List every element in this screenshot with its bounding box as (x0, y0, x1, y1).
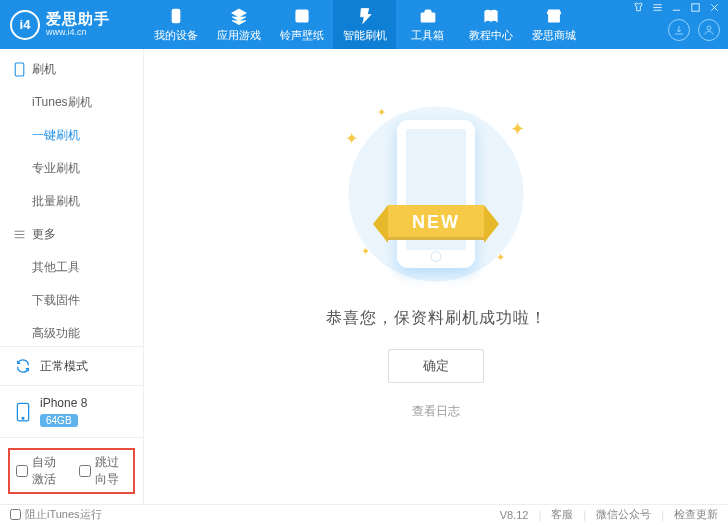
sidebar-item[interactable]: iTunes刷机 (0, 86, 143, 119)
svg-point-1 (175, 19, 177, 21)
nav-flash[interactable]: 智能刷机 (333, 0, 396, 49)
nav-book[interactable]: 教程中心 (459, 0, 522, 49)
skip-setup-label: 跳过向导 (95, 454, 128, 488)
nav-label: 教程中心 (469, 28, 513, 43)
maximize-icon[interactable] (690, 2, 701, 15)
nav-label: 我的设备 (154, 28, 198, 43)
book-icon (482, 7, 500, 25)
phone-icon (14, 403, 32, 421)
nav-label: 工具箱 (411, 28, 444, 43)
svg-rect-5 (692, 4, 699, 11)
logo-area: i4 爱思助手 www.i4.cn (0, 0, 144, 49)
sidebar-group-1[interactable]: 更多 (0, 218, 143, 251)
top-nav: 我的设备应用游戏铃声壁纸智能刷机工具箱教程中心爱思商城 (144, 0, 633, 49)
success-message: 恭喜您，保资料刷机成功啦！ (326, 308, 547, 329)
sidebar-item[interactable]: 其他工具 (0, 251, 143, 284)
store-icon (545, 7, 563, 25)
apps-icon (230, 7, 248, 25)
star-icon: ✦ (361, 245, 370, 258)
nav-label: 爱思商城 (532, 28, 576, 43)
svg-rect-7 (15, 63, 24, 76)
star-icon: ✦ (496, 251, 505, 264)
group-title: 更多 (32, 226, 56, 243)
nav-toolbox[interactable]: 工具箱 (396, 0, 459, 49)
view-log-link[interactable]: 查看日志 (412, 403, 460, 420)
minimize-icon[interactable] (671, 2, 682, 15)
brand-site: www.i4.cn (46, 28, 110, 38)
nav-label: 智能刷机 (343, 28, 387, 43)
sidebar-item[interactable]: 下载固件 (0, 284, 143, 317)
nav-store[interactable]: 爱思商城 (522, 0, 585, 49)
version-label: V8.12 (500, 509, 529, 521)
phone-icon (12, 63, 26, 77)
update-link[interactable]: 检查更新 (674, 507, 718, 522)
sidebar-item[interactable]: 一键刷机 (0, 119, 143, 152)
ring-icon (293, 7, 311, 25)
nav-label: 铃声壁纸 (280, 28, 324, 43)
bottom-checks: 自动激活 跳过向导 (0, 437, 143, 504)
hero-illustration: NEW ✦ ✦ ✦ ✦ ✦ (331, 104, 541, 284)
refresh-icon (14, 357, 32, 375)
group-title: 刷机 (32, 61, 56, 78)
sidebar-item[interactable]: 批量刷机 (0, 185, 143, 218)
logo-icon: i4 (10, 10, 40, 40)
support-link[interactable]: 客服 (551, 507, 573, 522)
device-block[interactable]: iPhone 8 64GB (0, 385, 143, 437)
user-icon[interactable] (698, 19, 720, 41)
nav-apps[interactable]: 应用游戏 (207, 0, 270, 49)
shirt-icon[interactable] (633, 2, 644, 15)
status-bar: 阻止iTunes运行 V8.12 | 客服 | 微信公众号 | 检查更新 (0, 504, 728, 524)
main-content: NEW ✦ ✦ ✦ ✦ ✦ 恭喜您，保资料刷机成功啦！ 确定 查看日志 (144, 49, 728, 504)
body: 刷机iTunes刷机一键刷机专业刷机批量刷机更多其他工具下载固件高级功能 正常模… (0, 49, 728, 504)
wechat-link[interactable]: 微信公众号 (596, 507, 651, 522)
brand-name: 爱思助手 (46, 11, 110, 28)
mode-block[interactable]: 正常模式 (0, 346, 143, 385)
window-controls (633, 0, 728, 49)
close-icon[interactable] (709, 2, 720, 15)
block-itunes-checkbox[interactable]: 阻止iTunes运行 (10, 507, 102, 522)
nav-device[interactable]: 我的设备 (144, 0, 207, 49)
sidebar: 刷机iTunes刷机一键刷机专业刷机批量刷机更多其他工具下载固件高级功能 正常模… (0, 49, 144, 504)
auto-activate-label: 自动激活 (32, 454, 65, 488)
sidebar-item[interactable]: 专业刷机 (0, 152, 143, 185)
star-icon: ✦ (377, 106, 386, 119)
sidebar-item[interactable]: 高级功能 (0, 317, 143, 346)
toolbox-icon (419, 7, 437, 25)
skip-setup-checkbox[interactable]: 跳过向导 (79, 454, 128, 488)
block-itunes-label: 阻止iTunes运行 (25, 507, 102, 522)
device-name: iPhone 8 (40, 396, 87, 410)
svg-point-6 (707, 26, 711, 30)
svg-point-9 (22, 417, 24, 419)
menu-icon (12, 228, 26, 242)
auto-activate-checkbox[interactable]: 自动激活 (16, 454, 65, 488)
star-icon: ✦ (345, 129, 358, 148)
svg-rect-4 (421, 13, 435, 22)
storage-badge: 64GB (40, 414, 78, 427)
nav-label: 应用游戏 (217, 28, 261, 43)
menu-icon[interactable] (652, 2, 663, 15)
nav-ring[interactable]: 铃声壁纸 (270, 0, 333, 49)
star-icon: ✦ (510, 118, 525, 140)
sidebar-group-0[interactable]: 刷机 (0, 53, 143, 86)
mode-label: 正常模式 (40, 358, 88, 375)
titlebar: i4 爱思助手 www.i4.cn 我的设备应用游戏铃声壁纸智能刷机工具箱教程中… (0, 0, 728, 49)
device-icon (167, 7, 185, 25)
confirm-button[interactable]: 确定 (388, 349, 484, 383)
download-icon[interactable] (668, 19, 690, 41)
flash-icon (356, 7, 374, 25)
